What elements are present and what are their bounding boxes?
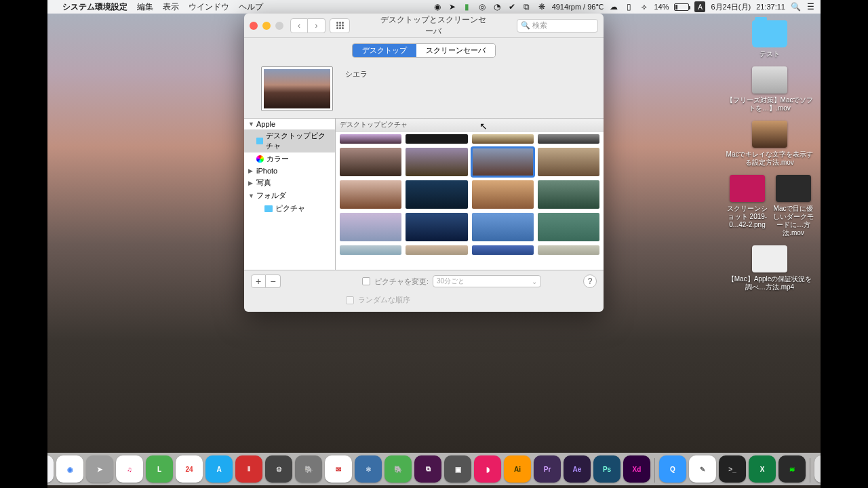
wallpaper-thumb[interactable]: [340, 148, 401, 176]
wallpaper-thumb[interactable]: [538, 134, 599, 144]
fan-temp[interactable]: 4914rpm / 96℃: [552, 3, 604, 12]
source-sidebar[interactable]: ▼Apple デスクトップピクチャ カラー ▶iPhoto ▶写真 ▼フォルダ …: [244, 119, 336, 270]
record-icon[interactable]: ◉: [433, 2, 442, 12]
dock-app-2[interactable]: ➤: [86, 455, 113, 483]
sidebar-apple[interactable]: ▼Apple: [244, 119, 335, 129]
wallpaper-thumb[interactable]: [538, 245, 599, 255]
back-button[interactable]: ‹: [290, 18, 308, 33]
ime-icon[interactable]: A: [694, 1, 705, 12]
sync-icon[interactable]: ◎: [477, 2, 487, 12]
file-mov1[interactable]: 【フリーズ対策】Macでソフトを…】.mov: [726, 66, 814, 113]
zoom-button[interactable]: [275, 22, 283, 30]
dock-app-15[interactable]: ◗: [474, 455, 501, 483]
notification-center-icon[interactable]: ☰: [806, 2, 815, 12]
dock-app-1[interactable]: ◉: [56, 455, 83, 483]
search-input[interactable]: 🔍 検索: [517, 19, 598, 33]
titlebar[interactable]: ‹ › デスクトップとスクリーンセーバ 🔍 検索: [244, 14, 604, 38]
wallpaper-thumb[interactable]: [406, 148, 467, 176]
sidebar-pictures[interactable]: ピクチャ: [244, 202, 335, 215]
wallpaper-thumb[interactable]: [340, 213, 401, 241]
shield-icon[interactable]: ✔: [507, 2, 517, 12]
wallpaper-thumb[interactable]: [340, 134, 401, 144]
interval-select[interactable]: 30分ごと⌄: [433, 275, 541, 287]
dock-app-8[interactable]: ⚙: [265, 455, 292, 483]
forward-button[interactable]: ›: [308, 18, 326, 33]
wallpaper-thumb[interactable]: [406, 180, 467, 209]
wallpaper-thumb[interactable]: [340, 245, 401, 255]
dock-app-14[interactable]: ▣: [444, 455, 471, 483]
sidebar-photos[interactable]: ▶写真: [244, 176, 335, 189]
wifi-icon[interactable]: ⟢: [639, 2, 648, 12]
battery-icon[interactable]: [674, 3, 689, 11]
dock-app-0[interactable]: ☺: [47, 455, 54, 483]
dock-app-19[interactable]: Ps: [593, 455, 620, 483]
sidebar-folder[interactable]: ▼フォルダ: [244, 189, 335, 202]
menu-help[interactable]: ヘルプ: [239, 1, 263, 13]
spotlight-icon[interactable]: 🔍: [791, 2, 800, 12]
dock-app-22[interactable]: ✎: [689, 455, 716, 483]
menu-view[interactable]: 表示: [163, 1, 179, 13]
menu-window[interactable]: ウインドウ: [189, 1, 229, 13]
battery-percent[interactable]: 14%: [654, 3, 669, 11]
dock-app-12[interactable]: 🐘: [384, 455, 412, 483]
wallpaper-grid[interactable]: [336, 131, 604, 270]
show-all-button[interactable]: [330, 18, 350, 33]
sidebar-iphoto[interactable]: ▶iPhoto: [244, 165, 335, 176]
help-button[interactable]: ?: [583, 274, 597, 288]
wallpaper-thumb[interactable]: [472, 245, 534, 255]
dock-app-16[interactable]: Ai: [504, 455, 531, 483]
dock-app-3[interactable]: ♫: [116, 455, 143, 483]
dock-app-25[interactable]: ≋: [778, 455, 806, 483]
wallpaper-thumb-selected[interactable]: [472, 148, 534, 176]
dock-app-6[interactable]: A: [205, 455, 233, 483]
file-mov2[interactable]: Macでキレイな文字を表示する設定方法.mov: [726, 121, 814, 167]
wallpaper-thumb[interactable]: [538, 213, 599, 241]
cloud-icon[interactable]: ☁: [609, 2, 618, 12]
dock-app-21[interactable]: Q: [659, 455, 686, 483]
sidebar-colors[interactable]: カラー: [244, 152, 335, 165]
sidebar-desktop-pictures[interactable]: デスクトップピクチャ: [244, 129, 335, 152]
dock-app-20[interactable]: Xd: [623, 455, 650, 483]
wallpaper-thumb[interactable]: [340, 180, 401, 209]
dock-app-17[interactable]: Pr: [534, 455, 561, 483]
random-order-checkbox[interactable]: [346, 296, 354, 304]
file-mp4[interactable]: 【Mac】Appleの保証状況を調べ…方法.mp4: [726, 245, 814, 291]
dock-app-13[interactable]: ⧉: [414, 455, 441, 483]
wallpaper-thumb[interactable]: [538, 180, 599, 209]
wallpaper-thumb[interactable]: [406, 213, 467, 241]
dock-app-24[interactable]: X: [749, 455, 776, 483]
fan-icon[interactable]: ❋: [537, 2, 547, 12]
remove-folder-button[interactable]: −: [266, 274, 281, 288]
dropbox-icon[interactable]: ⧉: [522, 2, 532, 12]
file-mov3[interactable]: Macで目に優しいダークモードに…方法.mov: [773, 175, 814, 237]
folder-test[interactable]: テスト: [726, 20, 814, 58]
app-icon-1[interactable]: ➤: [448, 2, 457, 12]
wallpaper-thumb[interactable]: [406, 245, 467, 255]
wallpaper-thumb[interactable]: [472, 213, 534, 241]
close-button[interactable]: [250, 22, 258, 30]
tab-screensaver[interactable]: スクリーンセーバ: [416, 44, 495, 57]
dock-app-18[interactable]: Ae: [564, 455, 591, 483]
dock-app-26[interactable]: 🗑: [814, 455, 821, 483]
dock-app-11[interactable]: ⚛: [355, 455, 382, 483]
file-screenshot[interactable]: スクリーンショット 2019-0...42-2.png: [727, 175, 768, 237]
menu-edit[interactable]: 編集: [137, 1, 153, 13]
dock-app-10[interactable]: ✉: [325, 455, 352, 483]
dock-app-23[interactable]: >_: [719, 455, 746, 483]
menubar-date[interactable]: 6月24日(月): [711, 2, 751, 12]
tab-desktop[interactable]: デスクトップ: [353, 44, 416, 57]
wallpaper-thumb[interactable]: [538, 148, 599, 176]
battery-status-icon[interactable]: ▯: [624, 2, 633, 12]
dock-app-7[interactable]: ⦀: [235, 455, 262, 483]
minimize-button[interactable]: [262, 22, 271, 30]
dock-app-5[interactable]: 24: [176, 455, 203, 483]
clock-icon[interactable]: ◔: [492, 2, 502, 12]
wallpaper-thumb[interactable]: [472, 134, 534, 144]
wallpaper-thumb[interactable]: [472, 180, 534, 209]
add-folder-button[interactable]: +: [251, 274, 266, 288]
menubar-time[interactable]: 21:37:11: [756, 3, 785, 11]
change-picture-checkbox[interactable]: [362, 277, 370, 285]
dock-app-4[interactable]: L: [146, 455, 173, 483]
dock-app-9[interactable]: 🐘: [295, 455, 322, 483]
app-menu[interactable]: システム環境設定: [62, 1, 127, 13]
